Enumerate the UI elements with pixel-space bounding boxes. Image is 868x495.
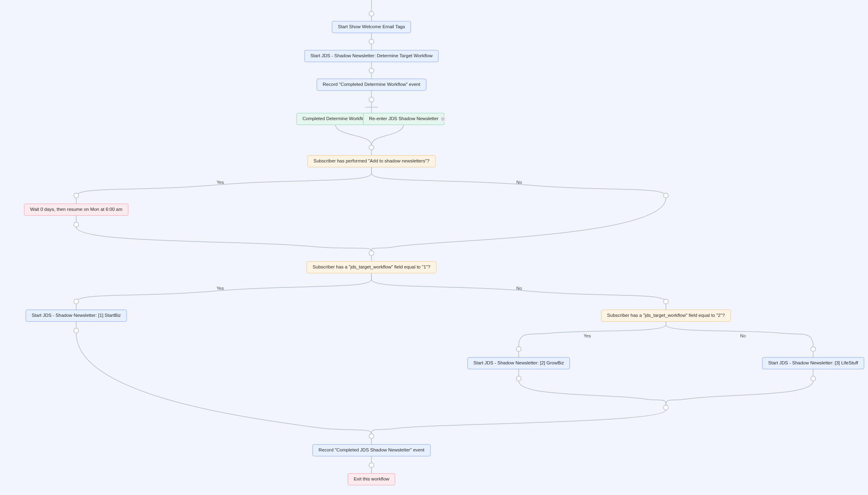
node-record-determine[interactable]: Record "Completed Determine Workflow" ev…: [317, 79, 426, 91]
workflow-canvas[interactable]: [0, 0, 868, 495]
branch-yes-2: Yes: [217, 286, 224, 291]
svg-point-20: [74, 222, 79, 227]
svg-point-21: [369, 251, 374, 256]
svg-point-36: [811, 376, 816, 381]
svg-point-17: [664, 193, 668, 198]
branch-no-1: No: [516, 180, 522, 185]
svg-point-30: [811, 347, 816, 351]
node-cond-target2[interactable]: Subscriber has a "jds_target_workflow" f…: [601, 310, 731, 322]
svg-point-23: [74, 299, 79, 304]
svg-point-24: [664, 299, 668, 304]
node-start-determine[interactable]: Start JDS - Shadow Newsletter: Determine…: [304, 50, 438, 62]
svg-point-37: [664, 405, 668, 410]
node-exit[interactable]: Exit this workflow: [348, 473, 395, 485]
svg-point-28: [74, 328, 79, 333]
svg-point-34: [516, 376, 521, 381]
node-cond-target1[interactable]: Subscriber has a "jds_target_workflow" f…: [307, 261, 436, 273]
branch-no-3: No: [740, 333, 746, 338]
svg-point-38: [369, 434, 374, 439]
gear-icon[interactable]: ⚙: [440, 116, 446, 122]
svg-point-7: [369, 68, 374, 73]
node-record-complete[interactable]: Record "Completed JDS Shadow Newsletter"…: [313, 444, 431, 456]
node-cond-shadow[interactable]: Subscriber has performed "Add to shadow …: [307, 155, 436, 167]
svg-point-41: [369, 463, 374, 468]
node-start-lifestuff[interactable]: Start JDS - Shadow Newsletter: [3] LifeS…: [762, 357, 864, 369]
svg-point-16: [74, 193, 79, 198]
svg-point-10: [369, 97, 374, 102]
node-start-growbiz[interactable]: Start JDS - Shadow Newsletter: [2] GrowB…: [467, 357, 570, 369]
svg-point-29: [516, 347, 521, 351]
branch-yes-3: Yes: [584, 333, 591, 338]
node-reenter-jds[interactable]: Re-enter JDS Shadow Newsletter: [363, 113, 444, 125]
branch-no-2: No: [516, 286, 522, 291]
svg-point-4: [369, 39, 374, 44]
node-start-startbiz[interactable]: Start JDS - Shadow Newsletter: [1] Start…: [25, 310, 127, 322]
node-start-welcome[interactable]: Start Show Welcome Email Tags: [332, 21, 411, 33]
svg-point-14: [369, 145, 374, 150]
branch-yes-1: Yes: [217, 180, 224, 185]
svg-point-1: [369, 11, 374, 16]
node-completed-determine[interactable]: Completed Determine Workflow: [296, 113, 374, 125]
node-wait[interactable]: Wait 0 days, then resume on Mon at 6:00 …: [24, 204, 128, 216]
